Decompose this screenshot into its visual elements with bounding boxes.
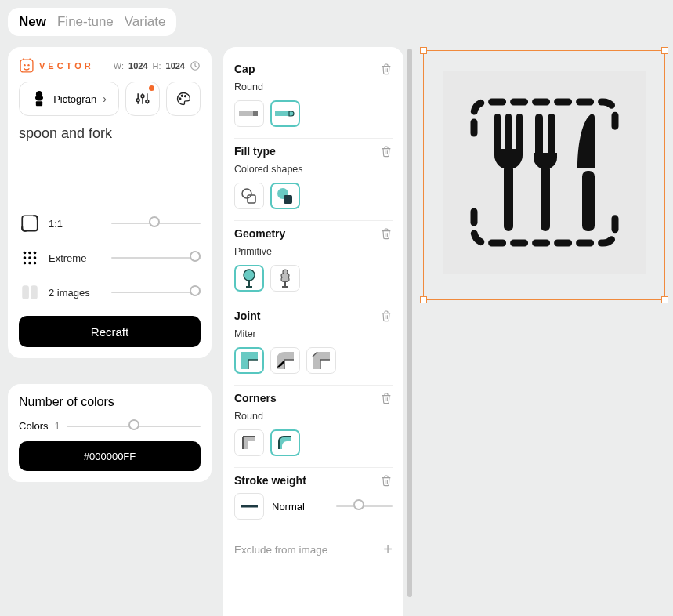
svg-rect-24 (239, 111, 253, 116)
mode-tabs: New Fine-tune Variate (8, 8, 176, 36)
generated-image[interactable] (443, 71, 646, 274)
prompt-text[interactable]: spoon and fork (19, 125, 201, 142)
svg-rect-23 (31, 285, 38, 299)
stroke-slider[interactable] (336, 504, 393, 509)
generation-panel: VECTOR W: 1024 H: 1024 Pictogran › (8, 47, 212, 358)
width-label: W: (114, 61, 124, 71)
height-value: 1024 (166, 61, 185, 71)
trash-icon[interactable] (380, 310, 393, 322)
setting-fill: Fill type Colored shapes (234, 139, 393, 221)
selection-handle-bl[interactable] (420, 296, 427, 303)
svg-rect-32 (248, 280, 250, 287)
palette-icon (175, 91, 191, 107)
joint-opt-miter[interactable] (234, 347, 264, 374)
trash-icon[interactable] (380, 474, 393, 487)
brand: VECTOR (19, 58, 94, 74)
trash-icon[interactable] (380, 145, 393, 158)
palette-chip[interactable] (166, 82, 201, 116)
fill-value: Colored shapes (234, 164, 393, 175)
color-code-button[interactable]: #000000FF (19, 441, 201, 471)
count-slider[interactable] (111, 290, 201, 295)
svg-rect-41 (535, 114, 543, 157)
tune-chip[interactable] (125, 82, 160, 116)
svg-point-14 (28, 252, 31, 255)
geometry-opt-primitive[interactable] (234, 265, 264, 292)
tab-variate[interactable]: Variate (125, 14, 166, 30)
joint-opt-bevel[interactable] (306, 347, 336, 374)
stroke-preview[interactable] (234, 493, 264, 520)
setting-cap: Cap Round (234, 56, 393, 139)
svg-rect-22 (22, 285, 29, 299)
recraft-button[interactable]: Recraft (19, 316, 201, 347)
brand-label: VECTOR (39, 61, 94, 71)
aspect-slider[interactable] (111, 221, 201, 226)
colors-label: Colors (19, 420, 49, 432)
setting-geometry: Geometry Primitive (234, 221, 393, 303)
svg-rect-40 (504, 165, 513, 231)
svg-rect-37 (494, 114, 501, 153)
svg-rect-39 (516, 114, 523, 153)
joint-opt-round[interactable] (270, 347, 300, 374)
tab-new[interactable]: New (19, 14, 46, 30)
svg-point-16 (24, 256, 27, 259)
count-icon[interactable] (19, 281, 41, 303)
svg-rect-30 (284, 195, 292, 204)
svg-rect-11 (22, 216, 38, 231)
settings-scrollbar[interactable] (407, 49, 412, 597)
svg-rect-35 (282, 286, 288, 288)
svg-point-2 (27, 64, 29, 66)
colors-slider[interactable] (67, 424, 201, 429)
sliders-icon (135, 91, 150, 107)
detail-icon[interactable] (19, 247, 41, 269)
colors-count: 1 (55, 420, 60, 432)
svg-point-13 (24, 252, 27, 255)
trash-icon[interactable] (380, 227, 393, 240)
svg-point-27 (242, 189, 251, 198)
colors-panel: Number of colors Colors 1 #000000FF (8, 384, 212, 482)
svg-rect-26 (275, 111, 289, 116)
geometry-title: Geometry (234, 227, 285, 240)
fill-title: Fill type (234, 145, 276, 158)
setting-stroke: Stroke weight Normal (234, 468, 393, 531)
selection-handle-tl[interactable] (420, 47, 427, 54)
selection-handle-br[interactable] (661, 296, 668, 303)
svg-point-6 (141, 95, 144, 98)
corners-value: Round (234, 411, 393, 422)
tab-finetune[interactable]: Fine-tune (57, 14, 114, 30)
exclude-row[interactable]: Exclude from image + (234, 531, 393, 559)
corners-opt-sharp[interactable] (234, 429, 264, 456)
fill-opt-colored[interactable] (270, 183, 300, 209)
setting-joint: Joint Miter (234, 303, 393, 386)
trash-icon[interactable] (380, 392, 393, 404)
corners-opt-round[interactable] (270, 429, 300, 456)
svg-point-7 (146, 100, 149, 103)
corners-title: Corners (234, 392, 277, 404)
fill-opt-outline[interactable] (234, 183, 264, 209)
style-chip[interactable]: Pictogran › (19, 82, 119, 116)
svg-point-17 (28, 256, 31, 259)
stroke-title: Stroke weight (234, 474, 306, 487)
cap-opt-round[interactable] (270, 100, 300, 127)
setting-corners: Corners Round (234, 386, 393, 468)
trash-icon[interactable] (380, 63, 393, 75)
style-settings-panel: Cap Round Fill type Colored shapes Geome… (223, 47, 403, 616)
detail-slider[interactable] (111, 255, 201, 260)
cap-value: Round (234, 82, 393, 92)
svg-rect-33 (246, 286, 252, 288)
svg-point-5 (136, 99, 139, 102)
brand-icon (19, 58, 34, 74)
svg-point-20 (28, 262, 31, 265)
selection-handle-tr[interactable] (661, 47, 668, 54)
svg-rect-25 (253, 111, 258, 116)
dimensions[interactable]: W: 1024 H: 1024 (114, 60, 201, 71)
svg-point-8 (179, 98, 181, 100)
aspect-icon[interactable] (19, 212, 41, 234)
svg-point-31 (244, 270, 255, 281)
svg-rect-44 (582, 171, 595, 231)
geometry-opt-complex[interactable] (270, 265, 300, 292)
plus-icon[interactable]: + (383, 541, 393, 559)
svg-rect-36 (241, 505, 258, 508)
svg-rect-42 (548, 114, 555, 157)
count-label: 2 images (49, 287, 103, 299)
cap-opt-flat[interactable] (234, 100, 264, 127)
